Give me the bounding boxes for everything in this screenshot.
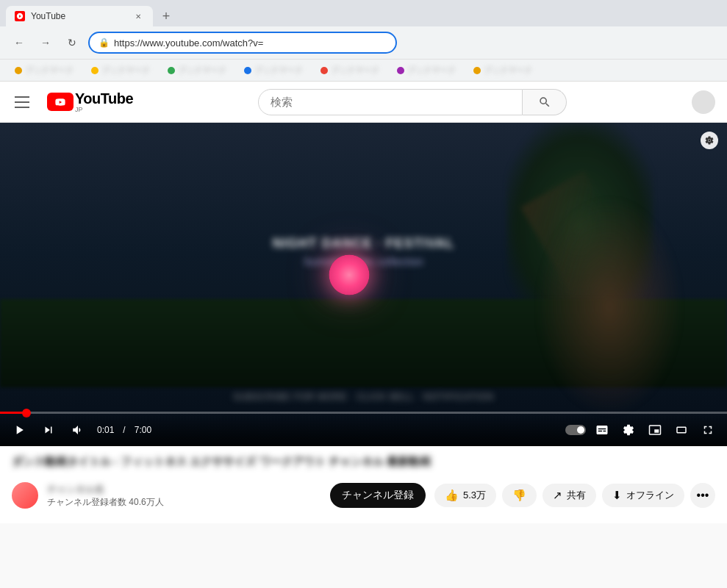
forward-button[interactable]: → — [35, 32, 56, 53]
toggle-thumb — [577, 426, 584, 434]
channel-name: チャンネル名 — [47, 483, 321, 496]
youtube-logo-icon — [47, 93, 74, 111]
download-icon: ⬇ — [612, 489, 622, 502]
video-title-row: ダンス動画タイトル - フィットネス エクササイズ ワークアウト チャンネル 最… — [12, 455, 715, 469]
bookmark-2[interactable]: ブックマーク — [85, 63, 156, 77]
share-label: 共有 — [567, 489, 586, 502]
video-time-total: 7:00 — [135, 425, 151, 435]
bookmark-icon-1 — [15, 67, 22, 74]
video-time: 0:01 — [97, 425, 114, 435]
bookmark-icon-7 — [473, 67, 481, 74]
dislike-button[interactable]: 👎 — [502, 484, 537, 507]
next-button[interactable] — [38, 420, 59, 440]
subscribe-button[interactable]: チャンネル登録 — [330, 483, 426, 508]
video-player[interactable]: NIGHT DANCE · FESTIVAL Summer vibes coll… — [0, 123, 727, 446]
active-tab[interactable]: YouTube ✕ — [6, 6, 153, 26]
fullscreen-button[interactable] — [698, 420, 718, 440]
action-buttons: 👍 5.3万 👎 ↗ 共有 ⬇ オフライン — [434, 483, 715, 508]
more-icon: ••• — [697, 489, 709, 502]
youtube-header: YouTube JP — [0, 82, 727, 123]
toggle-track — [565, 425, 586, 435]
video-below-section: ダンス動画タイトル - フィットネス エクササイズ ワークアウト チャンネル 最… — [0, 446, 727, 523]
bookmark-4[interactable]: ブックマーク — [238, 63, 309, 77]
subtitles-button[interactable] — [592, 420, 612, 440]
bookmark-3[interactable]: ブックマーク — [162, 63, 232, 77]
theater-mode-button[interactable] — [671, 420, 692, 440]
youtube-logo-text: YouTube — [75, 91, 133, 106]
offline-label: オフライン — [626, 489, 674, 502]
address-bar[interactable]: 🔒 — [88, 32, 397, 54]
address-bar-row: ← → ↻ 🔒 — [0, 26, 727, 59]
bookmark-icon-3 — [168, 67, 175, 74]
search-bar-container — [258, 89, 567, 115]
autoplay-toggle[interactable] — [565, 425, 586, 435]
volume-button[interactable] — [68, 420, 88, 440]
menu-icon — [15, 101, 29, 103]
search-input[interactable] — [259, 96, 522, 108]
video-title: ダンス動画タイトル - フィットネス エクササイズ ワークアウト チャンネル 最… — [12, 455, 715, 469]
video-bottom-line: SUBSCRIBE FOR MORE · CLICK BELL · NOTIFI… — [54, 392, 673, 402]
video-container: NIGHT DANCE · FESTIVAL Summer vibes coll… — [0, 123, 727, 446]
browser-chrome: YouTube ✕ + ← → ↻ 🔒 ブックマーク ブックマーク ブックマーク… — [0, 0, 727, 82]
channel-info: チャンネル名 チャンネル登録者数 40.6万人 — [47, 483, 321, 509]
video-pink-circle — [329, 254, 369, 295]
more-button[interactable]: ••• — [690, 483, 715, 508]
share-button[interactable]: ↗ 共有 — [542, 484, 596, 507]
like-icon: 👍 — [445, 489, 459, 502]
bookmark-icon-5 — [320, 67, 328, 74]
youtube-page: YouTube JP NI — [0, 82, 727, 523]
menu-icon — [15, 96, 29, 98]
search-box[interactable] — [258, 89, 523, 115]
search-area — [145, 89, 680, 115]
offline-button[interactable]: ⬇ オフライン — [602, 484, 684, 507]
tab-title: YouTube — [31, 11, 126, 21]
tab-bar: YouTube ✕ + — [0, 0, 727, 26]
address-input[interactable] — [114, 37, 387, 49]
bookmark-6[interactable]: ブックマーク — [391, 63, 462, 77]
bookmark-5[interactable]: ブックマーク — [315, 63, 385, 77]
bookmark-icon-2 — [91, 67, 99, 74]
video-settings-icon[interactable] — [701, 132, 718, 149]
youtube-logo[interactable]: YouTube JP — [47, 91, 133, 113]
share-icon: ↗ — [553, 489, 562, 502]
channel-avatar[interactable] — [12, 482, 38, 509]
youtube-logo-jp: JP — [75, 107, 133, 113]
reload-button[interactable]: ↻ — [62, 32, 82, 53]
video-time-separator: / — [123, 425, 125, 435]
menu-icon — [15, 107, 29, 108]
tab-close-button[interactable]: ✕ — [132, 10, 144, 22]
video-overlay-line1: NIGHT DANCE · FESTIVAL — [73, 236, 654, 251]
controls-right — [565, 420, 718, 440]
menu-button[interactable] — [12, 90, 35, 114]
dislike-icon: 👎 — [512, 489, 526, 502]
play-button[interactable] — [9, 420, 29, 440]
video-controls-bar: 0:01 / 7:00 — [0, 414, 727, 446]
channel-subscribers: チャンネル登録者数 40.6万人 — [47, 496, 321, 509]
settings-button[interactable] — [618, 420, 639, 440]
account-avatar[interactable] — [692, 90, 715, 114]
bookmark-icon-6 — [397, 67, 404, 74]
like-button[interactable]: 👍 5.3万 — [434, 484, 496, 507]
tab-favicon — [15, 11, 25, 21]
bookmark-icon-4 — [244, 67, 251, 74]
back-button[interactable]: ← — [9, 32, 29, 53]
svg-point-0 — [708, 139, 711, 142]
bookmark-7[interactable]: ブックマーク — [468, 63, 538, 77]
video-meta-row: チャンネル名 チャンネル登録者数 40.6万人 チャンネル登録 👍 5.3万 👎… — [12, 476, 715, 514]
new-tab-button[interactable]: + — [156, 6, 176, 26]
search-button[interactable] — [523, 89, 567, 115]
like-count: 5.3万 — [463, 489, 486, 502]
miniplayer-button[interactable] — [645, 420, 665, 440]
lock-icon: 🔒 — [99, 37, 110, 48]
bookmarks-bar: ブックマーク ブックマーク ブックマーク ブックマーク ブックマーク ブックマー… — [0, 59, 727, 81]
video-bottom-overlay: SUBSCRIBE FOR MORE · CLICK BELL · NOTIFI… — [54, 392, 673, 402]
bookmark-1[interactable]: ブックマーク — [9, 63, 79, 77]
